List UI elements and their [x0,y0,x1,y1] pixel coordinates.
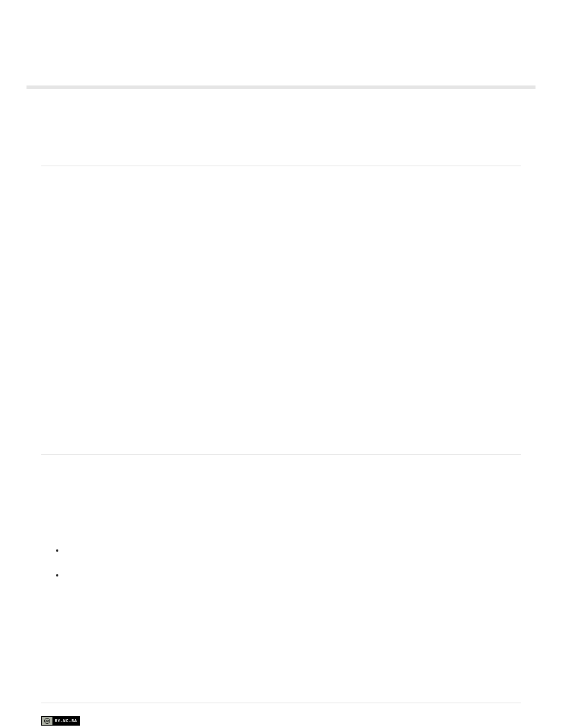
section-above-rule-1 [41,89,521,166]
cc-license-type: BY-NC-SA [52,717,80,725]
section-between-rules [41,166,521,454]
bullet-list [65,546,521,595]
cc-text: cc [45,717,49,725]
document-page: cc BY-NC-SA 457 [0,85,562,728]
page-content: cc BY-NC-SA [41,89,521,726]
cc-circle-icon: cc [44,718,50,724]
cc-logo-icon: cc [42,717,52,725]
section-below-rule-2 [41,546,521,703]
cc-license-badge[interactable]: cc BY-NC-SA [41,716,80,726]
horizontal-rule-3 [41,703,521,703]
license-area: cc BY-NC-SA [41,715,521,726]
list-item [65,546,521,571]
horizontal-rule-2 [41,454,521,454]
list-item [65,571,521,595]
